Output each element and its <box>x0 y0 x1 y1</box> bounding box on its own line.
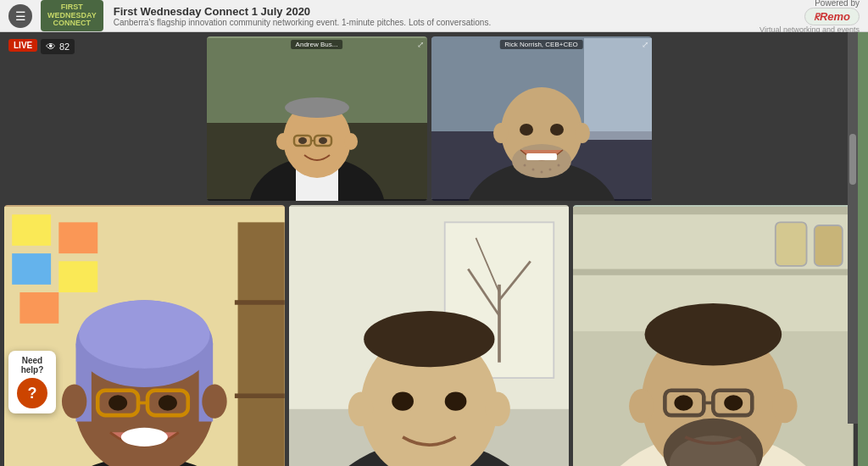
scrollbar[interactable] <box>848 32 858 424</box>
need-help-widget[interactable]: Need help? ? <box>8 351 56 413</box>
video-cell-person5 <box>573 205 854 466</box>
svg-point-56 <box>159 395 177 410</box>
svg-point-11 <box>319 137 327 144</box>
live-badge: LIVE <box>8 39 37 52</box>
svg-rect-33 <box>58 222 97 253</box>
help-avatar-icon: ? <box>28 385 37 402</box>
sidebar-right <box>858 32 868 466</box>
svg-point-57 <box>121 428 168 447</box>
viewer-count: 👁 82 <box>41 39 75 54</box>
svg-point-13 <box>344 133 358 150</box>
svg-point-99 <box>725 395 743 410</box>
svg-rect-79 <box>573 269 854 275</box>
svg-point-90 <box>645 303 782 365</box>
svg-point-71 <box>485 392 509 426</box>
svg-rect-39 <box>235 393 285 398</box>
video-cell-person2: Rick Norrish, CEB+CEO ⤢ <box>431 36 652 201</box>
person3-video <box>4 205 285 466</box>
svg-rect-16 <box>584 38 652 140</box>
svg-point-49 <box>79 300 209 369</box>
svg-point-23 <box>520 124 533 136</box>
video-row-bottom <box>4 205 854 466</box>
svg-point-72 <box>392 392 414 411</box>
svg-point-28 <box>548 169 551 171</box>
main-area: LIVE 👁 82 Andrew Bus... ⤢ <box>0 32 868 466</box>
svg-point-55 <box>108 395 127 410</box>
svg-rect-81 <box>815 225 843 266</box>
event-title: First Wednesday Connect 1 July 2020 <box>114 5 760 18</box>
person1-label: Andrew Bus... <box>291 40 343 49</box>
svg-point-51 <box>202 384 226 418</box>
svg-rect-78 <box>573 207 854 214</box>
svg-point-24 <box>550 124 564 136</box>
menu-icon[interactable]: ☰ <box>8 4 32 28</box>
video-row-top: Andrew Bus... ⤢ <box>4 36 854 201</box>
svg-rect-25 <box>526 153 557 160</box>
person5-video <box>573 205 854 466</box>
svg-point-73 <box>444 392 466 411</box>
svg-point-93 <box>629 389 654 423</box>
expand-icon-1[interactable]: ⤢ <box>417 40 424 49</box>
expand-icon-2[interactable]: ⤢ <box>642 40 648 49</box>
need-help-text: Need help? <box>21 356 44 374</box>
help-avatar: ? <box>17 378 47 408</box>
powered-by-text: Powered by <box>815 0 860 8</box>
svg-rect-36 <box>19 292 58 324</box>
person4-video <box>289 205 570 466</box>
video-area: LIVE 👁 82 Andrew Bus... ⤢ <box>0 32 858 466</box>
svg-rect-37 <box>238 222 285 466</box>
svg-point-94 <box>772 389 797 423</box>
event-subtitle: Canberra's flagship innovation community… <box>114 18 760 27</box>
svg-point-29 <box>557 164 559 167</box>
svg-point-12 <box>276 133 290 150</box>
svg-point-27 <box>531 169 534 171</box>
svg-point-21 <box>493 123 509 143</box>
person1-video <box>207 36 427 201</box>
svg-rect-35 <box>58 261 97 292</box>
header-title-section: First Wednesday Connect 1 July 2020 Canb… <box>114 5 760 27</box>
svg-point-69 <box>364 311 494 367</box>
remo-logo: 𝈖Remo <box>804 8 860 25</box>
scrollbar-thumb[interactable] <box>849 134 856 185</box>
person2-video <box>431 36 652 201</box>
video-cell-person4 <box>289 205 570 466</box>
video-cell-person1: Andrew Bus... ⤢ <box>207 36 427 201</box>
svg-point-98 <box>675 395 693 410</box>
logo: FIRST WEDNESDAY CONNECT <box>41 0 103 31</box>
svg-point-22 <box>575 123 590 143</box>
svg-point-50 <box>62 384 86 418</box>
svg-rect-38 <box>235 300 285 305</box>
video-grid: Andrew Bus... ⤢ <box>0 32 858 466</box>
powered-by-section: Powered by 𝈖Remo Virtual networking and … <box>760 0 860 34</box>
header: ☰ FIRST WEDNESDAY CONNECT First Wednesda… <box>0 0 868 32</box>
person2-label: Rick Norrish, CEB+CEO <box>499 40 582 49</box>
video-cell-person3 <box>4 205 285 466</box>
svg-rect-32 <box>12 214 51 246</box>
svg-point-10 <box>298 137 307 144</box>
svg-rect-80 <box>776 222 807 265</box>
viewer-number: 82 <box>59 42 70 52</box>
svg-point-6 <box>285 97 349 118</box>
svg-point-70 <box>348 392 372 426</box>
svg-rect-34 <box>12 253 51 285</box>
eye-icon: 👁 <box>46 41 56 53</box>
svg-point-26 <box>523 164 526 167</box>
svg-point-30 <box>540 171 542 174</box>
